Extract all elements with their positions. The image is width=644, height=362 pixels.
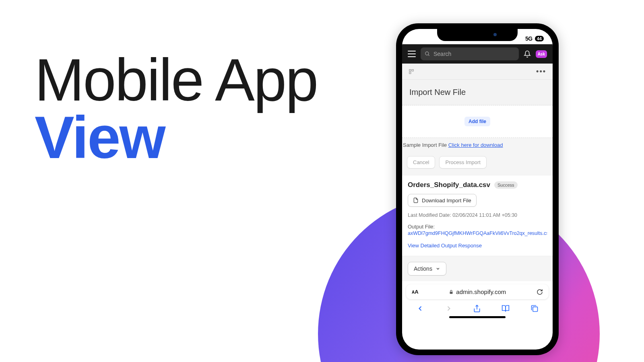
svg-rect-7 [533,307,538,312]
ask-button[interactable]: Ask [536,50,547,58]
battery-indicator: 44 [535,36,544,41]
share-icon[interactable] [473,304,481,313]
phone-screen: 5G 44 Search Ask ••• Import New File [402,29,553,350]
status-badge: Success [494,181,518,189]
last-modified-label: Last Modified Date: 02/06/2024 11:01 AM … [408,212,547,218]
phone-frame: 5G 44 Search Ask ••• Import New File [396,23,559,355]
hero-line-1: Mobile App [35,50,317,110]
file-name: Orders_Shopify_data.csv [408,181,490,189]
more-options-icon[interactable]: ••• [536,67,546,76]
download-import-button[interactable]: Download Import File [408,194,477,207]
hamburger-menu-icon[interactable] [408,51,416,57]
output-file-link[interactable]: axWDl7gmd9FHQGjfMKHWrFGQAaFkVii6VvTro2qx… [408,230,547,236]
cancel-button[interactable]: Cancel [407,156,435,169]
file-drop-zone[interactable]: Add file [402,105,553,138]
import-section-title: Import New File [402,80,553,105]
svg-rect-3 [412,69,413,71]
home-indicator[interactable] [449,316,506,318]
svg-rect-4 [409,72,411,74]
svg-rect-5 [450,292,453,294]
sample-download-link[interactable]: Click here for download [448,142,503,148]
browser-url-bar[interactable]: AA admin.shopify.com [406,284,549,299]
process-import-button[interactable]: Process Import [439,156,486,169]
tabs-icon[interactable] [530,304,539,313]
chevron-down-icon [436,266,440,271]
search-placeholder: Search [433,51,451,57]
url-text: admin.shopify.com [456,288,506,295]
svg-line-1 [428,55,429,56]
browser-nav-bar [402,302,553,314]
sample-file-label: Sample Import File [403,142,448,148]
file-result-card: Orders_Shopify_data.csv Success Download… [402,175,553,256]
svg-rect-2 [409,69,411,71]
sub-header: ••• [402,64,553,80]
notification-bell-icon[interactable] [524,50,531,58]
sample-file-row: Sample Import File Click here for downlo… [402,138,553,152]
camera-dot [493,33,497,36]
nav-forward-button[interactable] [445,304,453,313]
network-indicator: 5G [525,35,533,42]
text-size-button[interactable]: AA [412,289,419,295]
view-detail-link[interactable]: View Detailed Output Response [408,243,547,249]
reload-button[interactable] [537,289,543,295]
hero-line-2: View [35,108,317,167]
actions-dropdown[interactable]: Actions [408,262,446,276]
nav-back-button[interactable] [416,304,424,313]
file-icon [413,197,419,204]
search-input[interactable]: Search [421,47,519,60]
import-actions: Cancel Process Import [402,152,553,175]
search-icon [425,51,430,57]
actions-label: Actions [414,265,432,272]
app-header: Search Ask [402,44,553,64]
app-icon[interactable] [409,69,414,74]
hero-title: Mobile App View [35,50,317,167]
bookmarks-icon[interactable] [501,304,510,313]
output-file-label: Output File: [408,224,547,230]
lock-icon [449,290,454,294]
add-file-button[interactable]: Add file [464,117,490,126]
actions-section: Actions [402,256,553,281]
download-btn-label: Download Import File [422,197,471,204]
svg-point-0 [425,52,429,55]
phone-notch [437,29,518,41]
